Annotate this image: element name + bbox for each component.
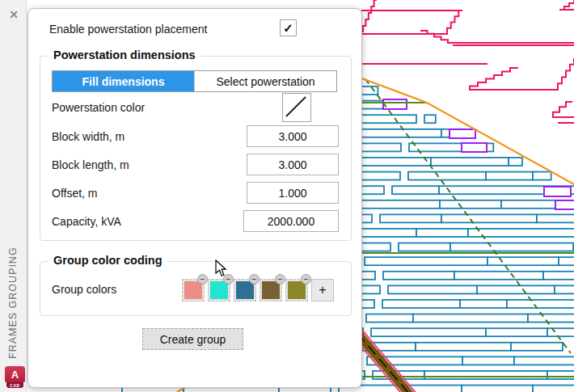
enable-powerstation-label: Enable powerstation placement bbox=[49, 23, 207, 36]
close-icon[interactable]: ✕ bbox=[6, 7, 21, 22]
group-color-swatch-2[interactable]: − bbox=[208, 279, 230, 301]
powerstation-color-swatch[interactable] bbox=[282, 93, 311, 122]
palette-vertical-title: FRAMES GROUPING bbox=[0, 238, 26, 368]
block-length-input[interactable] bbox=[247, 154, 339, 175]
group-color-swatch-3[interactable]: − bbox=[234, 279, 256, 301]
powerstation-color-label: Powerstation color bbox=[52, 101, 145, 114]
remove-color-icon[interactable]: − bbox=[249, 274, 260, 285]
powerstation-dimensions-title: Powerstation dimensions bbox=[49, 48, 200, 61]
group-color-swatch-row: −−−−−+ bbox=[182, 279, 334, 301]
group-color-coding-group: Group color coding Group colors −−−−−+ bbox=[40, 261, 352, 316]
capacity-label: Capacity, kVA bbox=[52, 215, 121, 228]
powerstation-dimensions-group: Powerstation dimensions Fill dimensions … bbox=[40, 56, 352, 241]
group-color-swatch-1[interactable]: − bbox=[182, 279, 205, 301]
mouse-cursor bbox=[215, 259, 227, 277]
no-color-diagonal-icon bbox=[283, 94, 309, 120]
block-length-label: Block length, m bbox=[52, 158, 129, 171]
group-color-coding-title: Group color coding bbox=[49, 254, 167, 267]
autocad-logo: A CAD bbox=[5, 366, 25, 389]
app-window: ✕ FRAMES GROUPING A CAD Enable powerstat… bbox=[0, 0, 574, 392]
remove-color-icon[interactable]: − bbox=[197, 274, 208, 285]
add-color-button[interactable]: + bbox=[311, 279, 334, 301]
tab-select-powerstation[interactable]: Select powerstation bbox=[194, 71, 336, 91]
block-width-input[interactable] bbox=[247, 125, 339, 147]
capacity-input[interactable] bbox=[243, 210, 339, 232]
autocad-logo-letter: A bbox=[5, 366, 25, 382]
frames-grouping-panel: Enable powerstation placement ✓ Powersta… bbox=[27, 8, 362, 388]
palette-side-strip[interactable]: ✕ FRAMES GROUPING bbox=[0, 0, 27, 392]
offset-label: Offset, m bbox=[52, 187, 98, 200]
enable-powerstation-checkbox[interactable]: ✓ bbox=[280, 19, 297, 36]
autocad-logo-sub: CAD bbox=[6, 382, 23, 388]
offset-input[interactable] bbox=[247, 182, 339, 204]
group-colors-label: Group colors bbox=[52, 283, 116, 296]
tab-fill-dimensions[interactable]: Fill dimensions bbox=[53, 71, 194, 91]
remove-color-icon[interactable]: − bbox=[275, 274, 285, 285]
group-color-swatch-5[interactable]: − bbox=[285, 279, 308, 301]
create-group-button[interactable]: Create group bbox=[142, 328, 243, 350]
dimensions-mode-tabs: Fill dimensions Select powerstation bbox=[52, 70, 337, 92]
remove-color-icon[interactable]: − bbox=[301, 274, 311, 285]
group-color-swatch-4[interactable]: − bbox=[260, 279, 282, 301]
block-width-label: Block width, m bbox=[52, 130, 125, 143]
